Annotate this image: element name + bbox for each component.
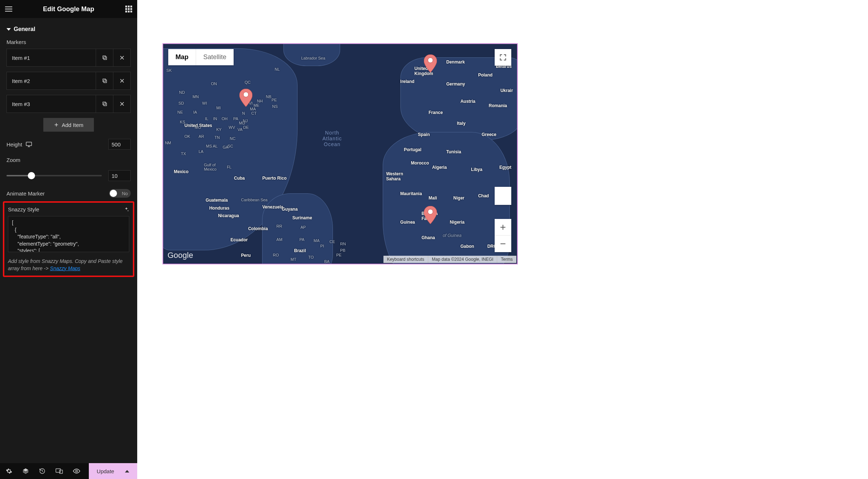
remove-button[interactable] <box>113 72 130 89</box>
remove-button[interactable] <box>113 95 130 113</box>
tab-satellite[interactable]: Satellite <box>196 49 234 65</box>
place-label: Egypt <box>499 165 511 170</box>
place-label-sm: N <box>242 111 245 115</box>
place-label-sm: Caribbean Sea <box>241 198 268 202</box>
place-label-sm: DE <box>243 125 248 129</box>
svg-rect-9 <box>103 102 105 105</box>
update-button[interactable]: Update <box>89 463 137 479</box>
remove-button[interactable] <box>113 49 130 66</box>
marker-item-name[interactable]: Item #3 <box>7 101 96 107</box>
google-map-widget[interactable]: United StatesMexicoGuatemalaNicaraguaCub… <box>162 43 518 264</box>
duplicate-button[interactable] <box>96 72 113 89</box>
svg-rect-17 <box>56 469 61 473</box>
map-pin[interactable] <box>424 206 437 224</box>
place-label-sm: MD <box>239 121 245 125</box>
fullscreen-button[interactable] <box>495 49 511 66</box>
place-label-sm: SK <box>166 68 172 72</box>
place-label-sm: PA <box>233 117 238 121</box>
apps-grid-icon[interactable] <box>125 6 132 13</box>
svg-rect-14 <box>26 142 32 146</box>
snazzy-style-label: Snazzy Style <box>8 206 39 212</box>
fullscreen-icon <box>499 54 507 61</box>
preview-icon[interactable] <box>73 469 80 474</box>
place-label-sm: NB <box>266 95 271 99</box>
place-label-sm: ON <box>211 82 217 86</box>
svg-rect-5 <box>103 79 105 82</box>
duplicate-button[interactable] <box>96 95 113 113</box>
place-label: Denmark <box>446 60 465 65</box>
place-label: Guyana <box>282 207 298 212</box>
place-label-sm: RR <box>277 224 282 228</box>
tab-map[interactable]: Map <box>168 49 196 65</box>
zoom-slider[interactable] <box>6 175 102 176</box>
ai-sparkle-icon[interactable] <box>123 207 129 212</box>
settings-icon[interactable] <box>6 468 12 474</box>
place-label-sm: NH <box>257 99 263 103</box>
desktop-icon[interactable] <box>26 141 32 147</box>
place-label: Tunisia <box>446 149 461 154</box>
place-label-sm: NM <box>165 141 171 145</box>
svg-point-21 <box>428 58 433 63</box>
place-label-sm: KY <box>216 127 222 132</box>
keyboard-shortcuts-link[interactable]: Keyboard shortcuts <box>383 256 428 263</box>
place-label-sm: AM <box>277 237 283 242</box>
place-label-sm: NS <box>272 104 278 109</box>
place-label: Greece <box>482 132 496 137</box>
place-label: Peru <box>241 253 251 258</box>
place-label-sm: CT <box>251 111 257 115</box>
google-logo: Google <box>168 251 193 260</box>
map-pin[interactable] <box>239 89 252 107</box>
map-attribution: Keyboard shortcuts Map data ©2024 Google… <box>383 256 516 263</box>
place-label-sm: MS <box>206 144 212 148</box>
place-label-sm: PI <box>320 244 324 248</box>
place-label: Algeria <box>432 165 447 170</box>
place-label-sm: ND <box>179 90 185 95</box>
place-label: Libya <box>471 167 482 172</box>
place-label-sm: TO <box>308 255 314 259</box>
place-label-sm: RN <box>340 242 346 246</box>
place-label: Niger <box>453 195 465 201</box>
zoom-in-button[interactable]: + <box>495 219 511 236</box>
place-label-sm: NC <box>230 136 235 141</box>
map-pin[interactable] <box>424 54 437 72</box>
place-label: Colombia <box>248 226 268 231</box>
terms-link[interactable]: Terms <box>497 256 516 263</box>
section-general[interactable]: General <box>6 26 131 32</box>
place-label-sm: LA <box>199 149 203 154</box>
marker-item: Item #3 <box>6 95 131 113</box>
place-label-sm: Labrador Sea <box>301 56 325 60</box>
responsive-icon[interactable] <box>56 468 63 474</box>
zoom-input[interactable] <box>108 170 131 181</box>
duplicate-button[interactable] <box>96 49 113 66</box>
hamburger-icon[interactable] <box>5 6 12 12</box>
place-label-sm: TN <box>214 135 220 140</box>
animate-marker-toggle[interactable]: No <box>109 189 131 198</box>
snazzy-style-input[interactable] <box>8 216 129 252</box>
zoom-out-button[interactable]: − <box>495 236 511 252</box>
height-input[interactable] <box>108 139 131 150</box>
history-icon[interactable] <box>39 468 45 474</box>
marker-item-name[interactable]: Item #2 <box>7 78 96 84</box>
place-label: Nigeria <box>450 220 465 225</box>
layers-icon[interactable] <box>22 468 29 474</box>
place-label-sm: CE <box>330 240 335 244</box>
place-label: Romania <box>489 103 507 108</box>
place-label-sm: WI <box>202 101 207 105</box>
place-label-sm: VA <box>238 127 243 132</box>
place-label: Chad <box>478 193 489 198</box>
marker-item-name[interactable]: Item #1 <box>7 55 96 61</box>
place-label-sm: PE <box>336 253 342 257</box>
svg-rect-1 <box>103 56 105 59</box>
snazzy-maps-link[interactable]: Snazzy Maps <box>50 265 80 271</box>
place-label: Morocco <box>411 161 429 166</box>
panel-header: Edit Google Map <box>0 0 137 18</box>
place-label-sm: ME <box>253 103 260 107</box>
svg-point-20 <box>243 92 248 97</box>
place-label-sm: FL <box>227 165 231 169</box>
map-control-button[interactable] <box>495 187 511 205</box>
place-label: Mali <box>429 195 437 201</box>
place-label: Puerto Rico <box>262 176 286 181</box>
place-label: of Guinea <box>443 233 461 238</box>
add-item-button[interactable]: Add Item <box>43 118 94 132</box>
place-label: Germany <box>446 82 465 87</box>
